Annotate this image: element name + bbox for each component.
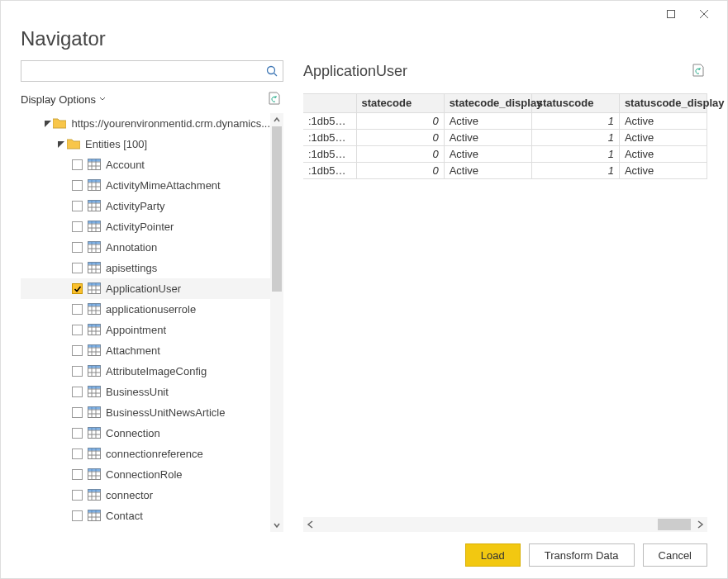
checkbox[interactable] [72, 407, 83, 418]
tree-item-label: ConnectionRole [106, 468, 183, 481]
search-box[interactable] [21, 60, 283, 82]
tree-item-label: applicationuserrole [106, 303, 196, 316]
tree-entities-label: Entities [100] [85, 138, 147, 150]
data-table[interactable]: statecodestatecode_displaystatuscodestat… [303, 94, 707, 179]
transform-data-button[interactable]: Transform Data [529, 543, 635, 567]
checkbox[interactable] [72, 345, 83, 356]
cell: :1db51667 [303, 162, 356, 178]
checkbox[interactable] [72, 428, 83, 439]
column-header[interactable]: statecode [356, 94, 444, 112]
tree-item[interactable]: Attachment [21, 340, 270, 361]
checkbox[interactable] [72, 325, 83, 335]
tree-item[interactable]: connector [21, 485, 270, 505]
tree-item[interactable]: Account [21, 154, 270, 175]
tree-item[interactable]: Annotation [21, 237, 270, 258]
tree-item[interactable]: connectionreference [21, 444, 270, 464]
chevron-down-icon [99, 96, 106, 102]
tree-item[interactable]: applicationuserrole [21, 299, 270, 320]
expander-icon[interactable] [44, 120, 51, 128]
checkbox[interactable] [72, 490, 83, 501]
checkbox[interactable] [72, 448, 83, 459]
cell: :1db51667 [303, 145, 356, 162]
table-icon [88, 344, 101, 358]
column-header[interactable]: statecode_display [444, 94, 531, 112]
table-icon [88, 324, 101, 337]
checkbox[interactable] [72, 263, 83, 273]
cell: :1db51667 [303, 129, 356, 145]
tree-item[interactable]: ActivityPointer [21, 216, 270, 237]
checkbox[interactable] [72, 180, 83, 191]
cell: 0 [356, 112, 444, 129]
display-options-dropdown[interactable]: Display Options [21, 93, 106, 106]
checkbox[interactable] [72, 469, 83, 480]
checkbox[interactable] [72, 159, 83, 170]
tree-item[interactable]: Appointment [21, 320, 270, 340]
tree-item[interactable]: ActivityMimeAttachment [21, 175, 270, 196]
tree-item-label: Annotation [106, 241, 157, 254]
table-icon [88, 282, 101, 296]
add-column-icon[interactable] [691, 63, 707, 79]
tree-item[interactable]: Connection [21, 423, 270, 444]
tree-item[interactable]: BusinessUnitNewsArticle [21, 402, 270, 423]
table-icon [88, 448, 101, 461]
scroll-down-icon[interactable] [270, 519, 283, 532]
checkbox[interactable] [72, 201, 83, 211]
checkbox[interactable] [72, 304, 83, 315]
preview-header: ApplicationUser [303, 60, 707, 82]
svg-line-4 [274, 74, 278, 77]
tree-container: https://yourenvironmentid.crm.dynamics..… [21, 113, 283, 532]
maximize-button[interactable] [654, 2, 688, 26]
tree-item[interactable]: apisettings [21, 258, 270, 278]
checkbox[interactable] [72, 387, 83, 397]
column-header[interactable] [303, 94, 356, 112]
tree-item[interactable]: BusinessUnit [21, 382, 270, 402]
tree-item[interactable]: AttributeImageConfig [21, 361, 270, 382]
checkbox[interactable] [72, 221, 83, 232]
table-row[interactable]: :1db516670Active1Active [303, 112, 707, 129]
scroll-right-icon[interactable] [692, 517, 707, 532]
svg-rect-42 [88, 262, 101, 264]
tree-item[interactable]: ConnectionRole [21, 464, 270, 485]
page-title: Navigator [21, 27, 707, 50]
hscroll-thumb[interactable] [658, 519, 691, 530]
scroll-left-icon[interactable] [303, 517, 318, 532]
tree-item-label: Appointment [106, 324, 166, 336]
column-header[interactable]: statuscode [531, 94, 619, 112]
vertical-scrollbar[interactable] [270, 113, 283, 532]
checkbox[interactable] [72, 283, 83, 294]
tree-item-label: Attachment [106, 344, 160, 357]
checkbox[interactable] [72, 510, 83, 521]
tree-item[interactable]: ApplicationUser [21, 278, 270, 299]
table-row[interactable]: :1db516670Active1Active [303, 145, 707, 162]
tree-item[interactable]: Contact [21, 505, 270, 526]
cell: Active [444, 129, 531, 145]
table-row[interactable]: :1db516670Active1Active [303, 162, 707, 178]
left-panel: Display Options https [21, 60, 283, 532]
horizontal-scrollbar[interactable] [303, 517, 707, 532]
tree-entities[interactable]: Entities [100] [21, 134, 270, 154]
tree-root[interactable]: https://yourenvironmentid.crm.dynamics..… [21, 113, 270, 134]
load-button[interactable]: Load [465, 543, 521, 567]
checkbox[interactable] [72, 366, 83, 377]
cancel-button[interactable]: Cancel [643, 543, 707, 567]
refresh-icon[interactable] [267, 91, 283, 107]
search-icon[interactable] [261, 65, 283, 77]
svg-rect-24 [88, 200, 101, 202]
svg-marker-6 [58, 141, 64, 148]
checkbox[interactable] [72, 242, 83, 253]
search-input[interactable] [21, 62, 261, 80]
scroll-thumb[interactable] [272, 126, 282, 292]
scroll-up-icon[interactable] [270, 113, 283, 126]
table-icon [88, 179, 101, 192]
expander-icon[interactable] [57, 140, 65, 149]
column-header[interactable]: statuscode_display [619, 94, 707, 112]
entity-tree[interactable]: https://yourenvironmentid.crm.dynamics..… [21, 113, 270, 532]
svg-rect-114 [88, 510, 101, 512]
table-icon [88, 200, 101, 213]
table-row[interactable]: :1db516670Active1Active [303, 129, 707, 145]
cell: Active [444, 162, 531, 178]
tree-item-label: Account [106, 159, 145, 171]
table-icon [88, 303, 101, 316]
tree-item[interactable]: ActivityParty [21, 196, 270, 216]
close-button[interactable] [688, 2, 721, 26]
